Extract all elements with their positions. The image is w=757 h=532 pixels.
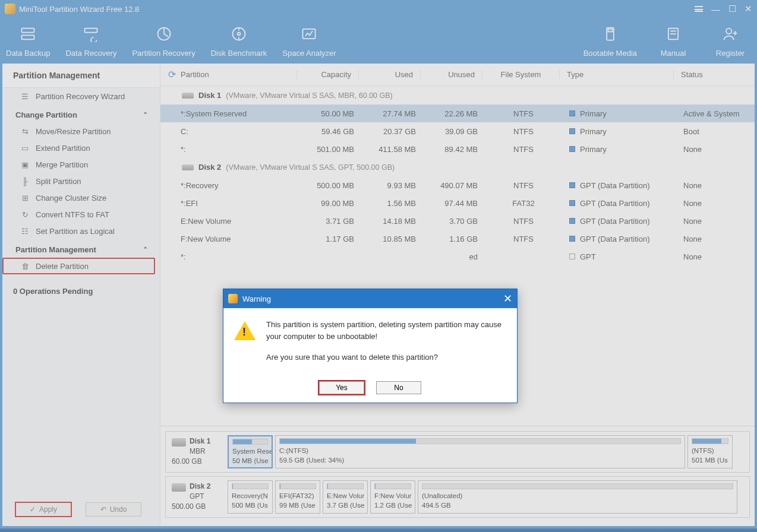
col-partition[interactable]: Partition bbox=[178, 70, 297, 79]
resize-icon: ⇆ bbox=[20, 126, 30, 136]
menu-icon[interactable] bbox=[695, 6, 703, 12]
close-button[interactable]: ✕ bbox=[745, 4, 752, 14]
dialog-yes-button[interactable]: Yes bbox=[319, 381, 364, 394]
svg-rect-0 bbox=[22, 28, 34, 33]
sidebar-item-extend[interactable]: ▭Extend Partition bbox=[2, 140, 155, 156]
disk-icon bbox=[182, 93, 194, 99]
app-logo-icon bbox=[5, 4, 15, 14]
svg-rect-1 bbox=[22, 35, 34, 39]
sidebar-item-partition-recovery-wizard[interactable]: ☰ Partition Recovery Wizard bbox=[2, 88, 155, 104]
type-indicator-icon bbox=[569, 218, 575, 224]
type-indicator-icon bbox=[569, 128, 575, 134]
disk-map-segment[interactable]: Recovery(N500 MB (Us bbox=[228, 480, 273, 514]
partition-row[interactable]: *:Recovery500.00 MB9.93 MB490.07 MBNTFSG… bbox=[160, 176, 755, 194]
partition-row[interactable]: *:EFI99.00 MB1.56 MB97.44 MBFAT32GPT (Da… bbox=[160, 194, 755, 212]
data-backup-icon bbox=[19, 25, 37, 43]
minimize-button[interactable]: — bbox=[711, 4, 720, 14]
disk-map-segment[interactable]: F:New Volur1.2 GB (Use bbox=[370, 480, 415, 514]
dialog-titlebar: Warning ✕ bbox=[223, 289, 517, 308]
toolbar-register[interactable]: Register bbox=[709, 25, 751, 58]
maximize-button[interactable]: ☐ bbox=[728, 4, 736, 14]
cluster-icon: ⊞ bbox=[20, 193, 30, 202]
partition-row[interactable]: *:System Reserved50.00 MB27.74 MB22.26 M… bbox=[160, 104, 755, 122]
dialog-no-button[interactable]: No bbox=[376, 381, 421, 394]
app-title: MiniTool Partition Wizard Free 12.8 bbox=[19, 5, 139, 14]
col-filesystem[interactable]: File System bbox=[482, 70, 560, 79]
trash-icon: 🗑 bbox=[20, 261, 30, 271]
dialog-title: Warning bbox=[242, 294, 271, 303]
sidebar-item-merge[interactable]: ▣Merge Partition bbox=[2, 156, 155, 173]
disk-map-segment[interactable]: System Rese50 MB (Use bbox=[228, 435, 273, 468]
sidebar-section-partition-management[interactable]: Partition Management⌃ bbox=[2, 239, 155, 258]
sidebar-item-format-partition[interactable]: ◎Format Partition bbox=[2, 274, 155, 280]
convert-icon: ↻ bbox=[20, 210, 30, 219]
disk-map-segment[interactable]: (NTFS)501 MB (Us bbox=[687, 435, 733, 468]
dialog-close-button[interactable]: ✕ bbox=[503, 292, 512, 305]
sidebar-tab-partition-management[interactable]: Partition Management bbox=[2, 64, 160, 88]
sidebar-item-split[interactable]: ╟Split Partition bbox=[2, 173, 155, 189]
data-recovery-icon bbox=[82, 25, 100, 43]
space-analyzer-icon bbox=[300, 25, 318, 43]
sidebar-item-cluster-size[interactable]: ⊞Change Cluster Size bbox=[2, 189, 155, 206]
refresh-button[interactable]: ⟳ bbox=[160, 69, 178, 80]
disk-map-segment[interactable]: E:New Volur3.7 GB (Use bbox=[323, 480, 368, 514]
sidebar-section-change-partition[interactable]: Change Partition⌃ bbox=[2, 104, 155, 123]
type-indicator-icon bbox=[569, 146, 575, 152]
manual-icon bbox=[664, 25, 682, 43]
partition-row[interactable]: F:New Volume1.17 GB10.85 MB1.16 GBNTFSGP… bbox=[160, 230, 755, 248]
col-status[interactable]: Status bbox=[674, 70, 755, 79]
main-toolbar: Data Backup Data Recovery Partition Reco… bbox=[0, 18, 757, 64]
hdd-icon bbox=[172, 438, 186, 446]
disk-map-info: Disk 1MBR60.00 GB bbox=[169, 435, 225, 468]
disk-row[interactable]: Disk 1 (VMware, VMware Virtual S SAS, MB… bbox=[160, 86, 755, 104]
partition-row[interactable]: *:edGPTNone bbox=[160, 248, 755, 265]
wizard-icon: ☰ bbox=[20, 91, 30, 101]
partition-row[interactable]: *:501.00 MB411.58 MB89.42 MBNTFSPrimaryN… bbox=[160, 140, 755, 158]
split-icon: ╟ bbox=[20, 176, 30, 186]
undo-button[interactable]: ↶Undo bbox=[86, 502, 141, 517]
chevron-up-icon: ⌃ bbox=[143, 111, 148, 119]
col-unused[interactable]: Unused bbox=[421, 70, 482, 79]
col-capacity[interactable]: Capacity bbox=[297, 70, 359, 79]
extend-icon: ▭ bbox=[20, 143, 30, 153]
partition-recovery-icon bbox=[155, 25, 173, 43]
partition-table-body: Disk 1 (VMware, VMware Virtual S SAS, MB… bbox=[160, 86, 755, 265]
operations-pending: 0 Operations Pending bbox=[2, 280, 160, 303]
toolbar-space-analyzer[interactable]: Space Analyzer bbox=[282, 25, 336, 58]
toolbar-data-backup[interactable]: Data Backup bbox=[6, 25, 50, 58]
disk-map-segment[interactable]: EFI(FAT32)99 MB (Use bbox=[275, 480, 320, 514]
sidebar-item-convert-ntfs[interactable]: ↻Convert NTFS to FAT bbox=[2, 206, 155, 223]
sidebar-item-delete-partition[interactable]: 🗑Delete Partition bbox=[2, 258, 155, 274]
warning-icon bbox=[234, 321, 256, 340]
chevron-up-icon: ⌃ bbox=[143, 246, 148, 254]
apply-button[interactable]: ✓Apply bbox=[15, 502, 71, 517]
partition-row[interactable]: E:New Volume3.71 GB14.18 MB3.70 GBNTFSGP… bbox=[160, 212, 755, 230]
toolbar-bootable-media[interactable]: Bootable Media bbox=[583, 25, 637, 58]
partition-table-header: ⟳ Partition Capacity Used Unused File Sy… bbox=[160, 64, 755, 86]
type-indicator-icon bbox=[569, 236, 575, 242]
disk-map-info: Disk 2GPT500.00 GB bbox=[169, 480, 225, 514]
toolbar-partition-recovery[interactable]: Partition Recovery bbox=[132, 25, 195, 58]
toolbar-manual[interactable]: Manual bbox=[652, 25, 694, 58]
disk-map-segment[interactable]: C:(NTFS)59.5 GB (Used: 34%) bbox=[275, 435, 685, 468]
titlebar: MiniTool Partition Wizard Free 12.8 — ☐ … bbox=[0, 0, 757, 18]
disk-row[interactable]: Disk 2 (VMware, VMware Virtual S SAS, GP… bbox=[160, 158, 755, 176]
disk-map-row: Disk 2GPT500.00 GBRecovery(N500 MB (UsEF… bbox=[165, 476, 750, 518]
disk-icon bbox=[182, 164, 194, 170]
bootable-media-icon bbox=[601, 25, 619, 43]
svg-rect-2 bbox=[85, 28, 97, 33]
format-icon: ◎ bbox=[20, 278, 30, 280]
sidebar-item-set-logical[interactable]: ☷Set Partition as Logical bbox=[2, 223, 155, 239]
col-type[interactable]: Type bbox=[560, 70, 674, 79]
warning-dialog: Warning ✕ This partition is system parti… bbox=[223, 289, 518, 403]
type-indicator-icon bbox=[569, 110, 575, 116]
col-used[interactable]: Used bbox=[359, 70, 421, 79]
disk-map-segment[interactable]: (Unallocated)494.5 GB bbox=[418, 480, 737, 514]
sidebar: Partition Management ☰ Partition Recover… bbox=[2, 64, 160, 526]
sidebar-item-move-resize[interactable]: ⇆Move/Resize Partition bbox=[2, 123, 155, 140]
dialog-text: This partition is system partition, dele… bbox=[266, 319, 506, 373]
toolbar-data-recovery[interactable]: Data Recovery bbox=[65, 25, 116, 58]
partition-row[interactable]: C:59.46 GB20.37 GB39.09 GBNTFSPrimaryBoo… bbox=[160, 122, 755, 140]
toolbar-disk-benchmark[interactable]: Disk Benchmark bbox=[211, 25, 267, 58]
disk-map-area: Disk 1MBR60.00 GBSystem Rese50 MB (UseC:… bbox=[160, 426, 755, 526]
